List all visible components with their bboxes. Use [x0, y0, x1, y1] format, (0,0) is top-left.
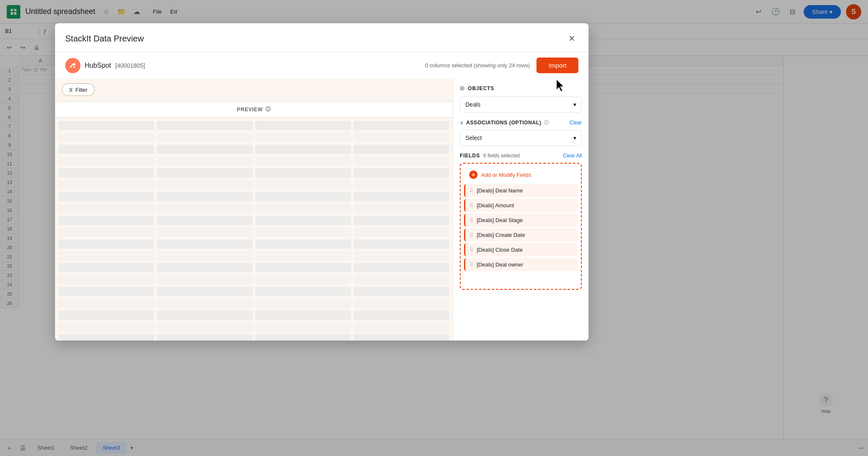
preview-cell [157, 192, 252, 201]
preview-cell [354, 239, 449, 249]
grid-icon: ⊞ [460, 85, 464, 91]
preview-cell [255, 263, 351, 272]
preview-cell [58, 334, 154, 341]
preview-info-icon: ⓘ [265, 106, 271, 113]
svg-point-6 [73, 63, 75, 66]
field-item-deal-owner[interactable]: ⠿ [Deals] Deal owner [464, 258, 578, 271]
associations-info-icon: ⓘ [544, 119, 549, 126]
preview-cell [157, 251, 252, 261]
preview-skeleton-row [58, 168, 449, 178]
add-modify-label: Add or Modify Fields [481, 172, 531, 178]
modal-title: StackIt Data Preview [65, 34, 144, 44]
modal-actions: 0 columns selected (showing only 24 rows… [425, 58, 578, 73]
preview-cell [157, 168, 252, 178]
filter-button[interactable]: ⧖ Filter [62, 83, 95, 96]
associations-dropdown[interactable]: Select ▾ [460, 130, 582, 146]
preview-cell [157, 121, 252, 130]
filter-bar: ⧖ Filter [55, 78, 453, 102]
preview-skeleton-row [58, 145, 449, 154]
preview-skeleton-row [58, 121, 449, 130]
import-button[interactable]: Import [536, 58, 578, 73]
preview-cell [58, 145, 154, 154]
svg-point-9 [73, 66, 75, 68]
preview-cell [255, 145, 351, 154]
preview-cell [354, 168, 449, 178]
filter-icon: ⧖ [69, 86, 73, 93]
preview-cell [255, 334, 351, 341]
preview-cell [255, 322, 351, 332]
modal-close-button[interactable]: ✕ [565, 32, 578, 45]
preview-skeleton-row [58, 228, 449, 237]
preview-cell [354, 228, 449, 237]
preview-cell [58, 228, 154, 237]
hubspot-name: HubSpot [85, 62, 111, 69]
preview-cell [255, 204, 351, 213]
preview-skeleton-row [58, 192, 449, 201]
preview-skeleton-row [58, 216, 449, 225]
preview-cell [58, 263, 154, 272]
fields-section: FIELDS 6 fields selected Clear All + Add… [460, 153, 582, 290]
preview-skeleton-row [58, 239, 449, 249]
svg-point-5 [68, 61, 77, 70]
preview-cell [157, 263, 252, 272]
preview-cell [157, 228, 252, 237]
associations-left: ∨ ASSOCIATIONS (OPTIONAL) ⓘ [460, 119, 549, 126]
add-icon: + [469, 170, 478, 179]
preview-cell [58, 216, 154, 225]
preview-cell [157, 157, 252, 166]
objects-title: OBJECTS [468, 85, 494, 91]
field-item-amount[interactable]: ⠿ [Deals] Amount [464, 199, 578, 212]
field-item-close-date[interactable]: ⠿ [Deals] Close Date [464, 243, 578, 256]
preview-cell [157, 180, 252, 190]
objects-dropdown-value: Deals [465, 101, 481, 108]
preview-cell [58, 168, 154, 178]
preview-cell [255, 251, 351, 261]
preview-cell [255, 192, 351, 201]
preview-cell [58, 180, 154, 190]
add-modify-fields-button[interactable]: + Add or Modify Fields [464, 167, 578, 182]
field-item-create-date[interactable]: ⠿ [Deals] Create Date [464, 228, 578, 242]
modal-body: ⧖ Filter PREVIEW ⓘ [55, 78, 589, 341]
preview-cell [255, 310, 351, 320]
associations-header: ∨ ASSOCIATIONS (OPTIONAL) ⓘ Clear [460, 119, 582, 126]
preview-cell [157, 133, 252, 142]
preview-cell [157, 299, 252, 308]
field-label-6: [Deals] Deal owner [477, 261, 523, 268]
preview-cell [255, 275, 351, 284]
associations-clear-button[interactable]: Clear [569, 120, 582, 126]
drag-handle-4: ⠿ [470, 232, 473, 238]
preview-skeleton-row [58, 334, 449, 341]
objects-dropdown[interactable]: Deals ▾ [460, 96, 582, 113]
preview-cell [354, 192, 449, 201]
preview-grid [55, 118, 453, 341]
preview-skeleton-row [58, 204, 449, 213]
preview-cell [58, 121, 154, 130]
hubspot-icon [65, 58, 80, 73]
preview-cell [58, 287, 154, 296]
drag-handle-1: ⠿ [470, 188, 473, 194]
columns-info: 0 columns selected (showing only 24 rows… [425, 62, 530, 69]
preview-cell [58, 310, 154, 320]
preview-skeleton-row [58, 322, 449, 332]
preview-cell [354, 251, 449, 261]
preview-skeleton-row [58, 133, 449, 142]
preview-cell [354, 334, 449, 341]
preview-cell [157, 204, 252, 213]
preview-cell [157, 145, 252, 154]
field-item-deal-stage[interactable]: ⠿ [Deals] Deal Stage [464, 214, 578, 227]
preview-cell [255, 216, 351, 225]
field-item-deal-name[interactable]: ⠿ [Deals] Deal Name [464, 184, 578, 197]
field-label-2: [Deals] Amount [477, 202, 514, 209]
preview-cell [255, 133, 351, 142]
preview-cell [157, 322, 252, 332]
fields-container: + Add or Modify Fields ⠿ [Deals] Deal Na… [460, 163, 582, 290]
preview-cell [354, 180, 449, 190]
preview-cell [255, 287, 351, 296]
preview-cell [255, 239, 351, 249]
preview-cell [354, 121, 449, 130]
preview-cell [354, 157, 449, 166]
preview-cell [354, 263, 449, 272]
fields-clear-all-button[interactable]: Clear All [563, 153, 582, 159]
preview-skeleton-row [58, 180, 449, 190]
drag-handle-3: ⠿ [470, 217, 473, 223]
